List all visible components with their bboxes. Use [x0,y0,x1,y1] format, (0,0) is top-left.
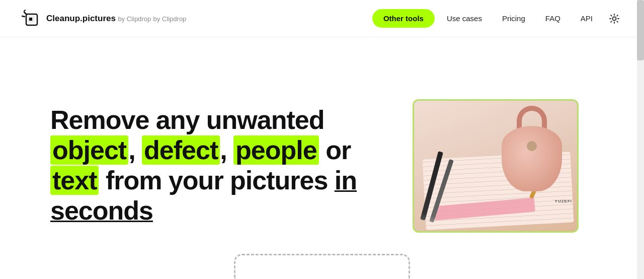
hero-word-text: text [50,166,99,195]
bag-body [502,126,562,191]
other-tools-button[interactable]: Other tools [372,9,435,28]
hero-phrase-from: from your pictures [99,166,334,195]
hero-line1: Remove any unwanted [50,105,324,134]
nav-pricing[interactable]: Pricing [494,9,533,28]
logo-by: by Clipdrop [118,15,151,23]
nav-use-cases[interactable]: Use cases [439,9,490,28]
main-nav: Other tools Use cases Pricing FAQ API [372,9,624,28]
svg-line-1 [22,16,25,17]
hero-word-people: people [233,135,319,165]
svg-line-2 [24,10,25,11]
settings-button[interactable] [605,9,624,28]
logo-clipdrop: by Clipdrop [153,15,187,23]
hero-text: Remove any unwanted object, defect, peop… [50,105,392,226]
hero-title: Remove any unwanted object, defect, peop… [50,105,392,226]
yuzef-label: YUZEFI [555,199,572,203]
hero-word-seconds: seconds [50,196,153,225]
hero-image: YUZEFI [413,99,579,233]
nav-faq[interactable]: FAQ [537,9,569,28]
logo-name: Cleanup.pictures [46,14,116,23]
bag-clasp [527,141,537,151]
logo-icon [20,8,41,29]
hero-comma2: , [220,135,233,165]
hero-comma1: , [128,135,142,165]
logo[interactable]: Cleanup.pictures by Clipdrop by Clipdrop [20,8,186,29]
nav-api[interactable]: API [573,9,601,28]
svg-line-0 [24,12,26,14]
svg-point-4 [613,17,616,20]
hero-phrase-in: in [335,166,357,195]
hero-word-defect: defect [142,135,220,165]
hero-word-object: object [50,135,128,165]
handbag [497,106,567,191]
gear-icon [609,13,620,24]
hero-word-or: or [319,135,351,165]
main-content: Remove any unwanted object, defect, peop… [0,37,644,279]
